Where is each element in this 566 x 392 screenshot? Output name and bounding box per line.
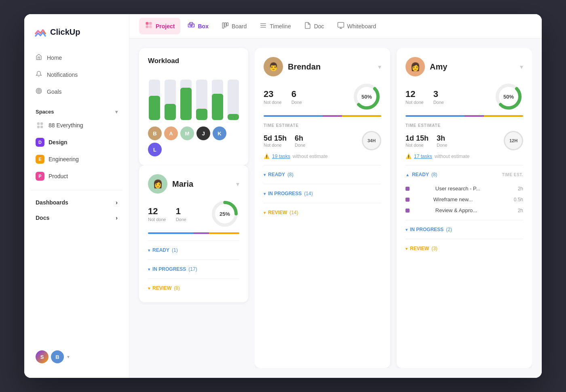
amy-inprogress-row[interactable]: ▾ IN PROGRESS (2) (405, 224, 523, 235)
chart-bars (148, 72, 239, 120)
brendan-review-row[interactable]: ▾ REVIEW (14) (264, 207, 381, 218)
app-window: ClickUp Home Notifications Goals Spaces … (24, 14, 542, 378)
task-time-2: 0.5h (514, 197, 523, 202)
brendan-warning-link[interactable]: 19 tasks (272, 154, 290, 159)
dashboards-row[interactable]: Dashboards › (31, 195, 122, 210)
brendan-time-done-label: Done (295, 143, 305, 148)
tab-timeline[interactable]: Timeline (254, 19, 296, 34)
bar-2 (164, 80, 176, 120)
maria-inprogress-row[interactable]: ▾ IN PROGRESS (17) (148, 264, 239, 274)
svg-rect-9 (146, 25, 149, 28)
brendan-ready-row[interactable]: ▾ READY (8) (264, 169, 381, 180)
maria-review-label: REVIEW (152, 285, 171, 291)
brendan-time-not-done-val: 5d 15h (264, 134, 287, 143)
amy-review-chevron: ▾ (405, 247, 408, 251)
amy-header: 👩 Amy ▾ (405, 57, 523, 76)
brendan-divider1 (264, 165, 381, 165)
home-icon (36, 54, 42, 62)
pb-blue (148, 232, 194, 234)
tab-box[interactable]: Box (182, 19, 214, 34)
amy-warning-icon: ⚠️ (405, 154, 412, 159)
nav-goals-label: Goals (47, 89, 62, 95)
brendan-pb-yellow (342, 115, 381, 117)
amy-review-label: REVIEW (410, 246, 429, 251)
maria-divider1 (148, 240, 239, 241)
maria-review-row[interactable]: ▾ REVIEW (8) (148, 283, 239, 293)
svg-rect-10 (149, 25, 152, 28)
timeline-tab-icon (260, 22, 267, 30)
task-time-1: 2h (518, 186, 523, 192)
docs-row[interactable]: Docs › (31, 211, 122, 225)
tab-whiteboard[interactable]: Whiteboard (332, 19, 382, 34)
nav-goals[interactable]: Goals (31, 84, 122, 100)
tab-doc-label: Doc (314, 23, 324, 30)
task-wireframe: Wireframe new... 0.5h (405, 194, 523, 205)
maria-info: 👩 Maria (148, 174, 193, 194)
amy-time-not-done-val: 1d 15h (405, 134, 429, 143)
space-engineering[interactable]: E Engineering (31, 151, 122, 167)
inprogress-chevron-icon: ▾ (148, 267, 150, 272)
maria-menu-icon[interactable]: ▾ (236, 180, 239, 188)
amy-ready-count: (8) (431, 172, 437, 177)
space-everything[interactable]: 88 Everything (31, 117, 122, 133)
bell-icon (36, 71, 42, 79)
maria-ready-row[interactable]: ▾ READY (1) (148, 245, 239, 255)
maria-not-done-label: Not done (148, 217, 166, 222)
dashboards-label: Dashboards (36, 199, 68, 206)
brendan-time-done-val: 6h (295, 134, 305, 143)
brendan-time-est-label: TIME ESTIMATE (264, 123, 381, 128)
pb-purple (194, 232, 209, 234)
task-user-research: User research - P... 2h (405, 183, 523, 194)
svg-rect-7 (146, 22, 149, 25)
user-avatar-s[interactable]: S (36, 350, 49, 363)
bar-fill-6 (228, 114, 239, 120)
space-design[interactable]: D Design (31, 134, 122, 150)
amy-warning-link[interactable]: 17 tasks (414, 154, 432, 159)
brendan-card: 👨 Brendan ▾ 23 Not done (255, 48, 390, 368)
maria-done: 1 Done (176, 206, 186, 222)
tab-project[interactable]: Project (139, 18, 180, 34)
amy-ready-row[interactable]: ▲ READY (8) (405, 169, 502, 180)
amy-not-done: 12 Not done (405, 89, 424, 105)
nav-home-label: Home (47, 55, 62, 61)
brendan-ready-label: READY (268, 172, 285, 177)
amy-time-done-label: Done (437, 143, 447, 148)
tab-doc[interactable]: Doc (298, 19, 330, 34)
sidebar-divider (31, 190, 122, 190)
tab-board[interactable]: Board (216, 19, 252, 34)
brendan-review-label: REVIEW (268, 210, 287, 215)
space-product[interactable]: P Product (31, 168, 122, 184)
maria-done-label: Done (176, 217, 186, 222)
amy-time-badge: 12H (504, 131, 523, 150)
bar-3 (180, 80, 192, 120)
spaces-section-header[interactable]: Spaces ▾ (31, 104, 122, 117)
logo[interactable]: ClickUp (31, 25, 122, 38)
maria-stats: 12 Not done 1 Done (148, 206, 210, 222)
maria-inprogress-label: IN PROGRESS (152, 266, 186, 272)
project-tab-icon (145, 21, 153, 31)
tab-timeline-label: Timeline (270, 23, 291, 30)
nav-notifications[interactable]: Notifications (31, 67, 122, 83)
amy-review-row[interactable]: ▾ REVIEW (3) (405, 243, 523, 254)
bar-1 (148, 80, 161, 120)
brendan-pb-blue (264, 115, 323, 117)
brendan-menu-icon[interactable]: ▾ (378, 63, 381, 71)
maria-divider3 (148, 278, 239, 279)
user-menu-chevron-icon[interactable]: ▾ (67, 354, 70, 360)
nav-home[interactable]: Home (31, 50, 122, 66)
user-avatar-b[interactable]: B (51, 350, 64, 363)
brendan-inprogress-row[interactable]: ▾ IN PROGRESS (14) (264, 188, 381, 199)
brendan-time-done: 6h Done (295, 134, 305, 148)
amy-not-done-count: 12 (405, 89, 424, 99)
amy-inprogress-chevron: ▾ (405, 228, 408, 232)
design-badge: D (36, 138, 44, 147)
amy-done-label: Done (433, 100, 444, 105)
nav-notifications-label: Notifications (47, 72, 78, 78)
amy-pb-yellow (484, 115, 523, 117)
amy-ready-header: ▲ READY (8) TIME EST. (405, 169, 523, 180)
brendan-percent: 50% (361, 94, 372, 100)
amy-divider2 (405, 220, 523, 220)
amy-menu-icon[interactable]: ▾ (520, 63, 523, 71)
maria-name: Maria (172, 179, 193, 189)
brendan-header: 👨 Brendan ▾ (264, 57, 381, 76)
